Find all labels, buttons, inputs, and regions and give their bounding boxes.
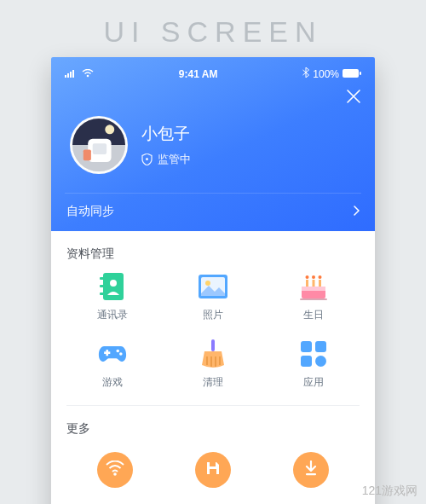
item-label: 清理 [203, 375, 223, 390]
wifi-icon [82, 68, 94, 80]
supervision-label: 监管中 [158, 152, 191, 167]
svg-rect-3 [72, 70, 74, 78]
svg-point-4 [87, 74, 89, 77]
svg-rect-35 [211, 339, 215, 351]
svg-rect-39 [315, 356, 326, 367]
svg-rect-43 [306, 473, 316, 475]
photo-icon [199, 272, 227, 301]
status-bar: 9:41 AM 100% [65, 66, 361, 85]
content: 资料管理 通讯录 照片 生日 [51, 231, 375, 488]
svg-point-27 [306, 275, 309, 279]
item-label: 游戏 [102, 375, 123, 390]
close-icon[interactable] [346, 89, 361, 107]
more-button-download[interactable] [293, 452, 329, 488]
close-row [65, 85, 361, 111]
username: 小包子 [141, 123, 191, 145]
svg-point-9 [105, 125, 114, 134]
svg-rect-0 [65, 75, 66, 78]
profile-block: 小包子 监管中 [65, 111, 361, 193]
svg-rect-2 [70, 72, 72, 78]
item-apps[interactable]: 应用 [268, 339, 360, 390]
item-contacts[interactable]: 通讯录 [66, 272, 158, 322]
svg-point-13 [146, 158, 148, 160]
svg-rect-25 [313, 280, 315, 287]
svg-rect-16 [100, 285, 104, 287]
watermark: 121游戏网 [362, 484, 417, 499]
battery-icon [343, 68, 361, 80]
item-cleanup[interactable]: 清理 [167, 339, 259, 390]
save-icon [205, 461, 221, 479]
svg-rect-5 [343, 69, 359, 78]
item-label: 通讯录 [97, 308, 128, 322]
more-row [66, 447, 360, 488]
gamepad-icon [98, 339, 127, 368]
svg-rect-41 [210, 462, 216, 466]
auto-sync-row[interactable]: 自动同步 [65, 193, 361, 231]
phone-frame: 9:41 AM 100% [51, 57, 375, 504]
birthday-icon [299, 272, 328, 301]
item-label: 照片 [203, 308, 223, 322]
svg-rect-42 [210, 469, 216, 474]
svg-rect-23 [302, 287, 325, 291]
svg-rect-37 [315, 341, 326, 352]
status-time: 9:41 AM [179, 68, 218, 80]
item-label: 生日 [303, 308, 324, 322]
broom-icon [199, 339, 227, 368]
apps-icon [299, 339, 328, 368]
chevron-right-icon [353, 205, 360, 218]
svg-point-40 [114, 472, 118, 476]
svg-point-28 [312, 275, 315, 279]
bluetooth-icon [302, 67, 309, 80]
download-icon [304, 461, 318, 479]
avatar[interactable] [70, 116, 128, 174]
signal-icon [65, 68, 78, 80]
svg-rect-32 [106, 350, 108, 356]
svg-rect-24 [306, 280, 308, 287]
svg-point-29 [319, 275, 322, 279]
data-mgmt-grid: 通讯录 照片 生日 游戏 [66, 272, 360, 405]
item-label: 应用 [303, 375, 324, 390]
battery-text: 100% [313, 68, 339, 80]
item-photos[interactable]: 照片 [167, 272, 259, 322]
page-outer-title: UI SCREEN [0, 0, 426, 57]
more-section: 更多 [66, 405, 360, 488]
svg-point-33 [116, 350, 119, 353]
more-button-wifi[interactable] [97, 452, 133, 488]
svg-rect-26 [319, 280, 321, 287]
profile-text: 小包子 监管中 [141, 123, 191, 167]
svg-rect-36 [301, 341, 312, 352]
supervision-status: 监管中 [141, 152, 191, 167]
shield-icon [141, 154, 153, 165]
item-birthday[interactable]: 生日 [268, 272, 360, 322]
section-title-data-mgmt: 资料管理 [66, 243, 360, 272]
svg-rect-11 [93, 143, 106, 154]
contacts-icon [98, 272, 127, 301]
svg-rect-38 [301, 356, 312, 367]
svg-rect-15 [100, 277, 104, 280]
svg-rect-1 [67, 73, 69, 78]
header: 9:41 AM 100% [51, 57, 375, 231]
svg-rect-30 [300, 298, 327, 300]
svg-point-34 [119, 352, 123, 356]
status-right: 100% [302, 67, 361, 80]
wifi-signal-icon [106, 461, 124, 479]
svg-rect-6 [360, 72, 361, 75]
svg-point-18 [110, 280, 117, 287]
more-button-save[interactable] [195, 452, 231, 488]
svg-rect-17 [100, 293, 104, 295]
item-games[interactable]: 游戏 [66, 339, 158, 390]
auto-sync-label: 自动同步 [66, 204, 114, 219]
section-title-more: 更多 [66, 418, 360, 447]
svg-point-21 [205, 281, 210, 286]
status-left [65, 68, 94, 80]
svg-rect-12 [83, 149, 91, 160]
